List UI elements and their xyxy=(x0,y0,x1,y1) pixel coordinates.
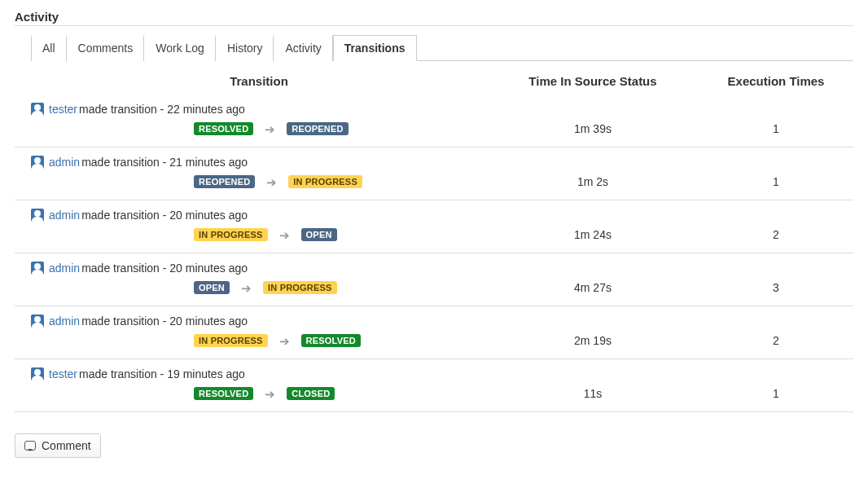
transition-meta: made transition - 22 minutes ago xyxy=(79,103,245,116)
tab-activity[interactable]: Activity xyxy=(274,35,332,61)
transition-cell: RESOLVED➔CLOSED xyxy=(31,387,487,400)
transition-row: admin made transition - 20 minutes agoIN… xyxy=(15,306,853,359)
user-link[interactable]: admin xyxy=(49,262,80,275)
user-link[interactable]: admin xyxy=(49,314,80,328)
status-badge-from: IN PROGRESS xyxy=(194,334,268,347)
time-in-source: 11s xyxy=(487,387,699,400)
tab-transitions[interactable]: Transitions xyxy=(333,35,417,61)
transition-cell: REOPENED➔IN PROGRESS xyxy=(31,175,487,188)
status-badge-from: RESOLVED xyxy=(194,387,253,400)
transition-cell: RESOLVED➔REOPENED xyxy=(31,122,487,135)
user-link[interactable]: tester xyxy=(49,367,77,380)
status-badge-to: CLOSED xyxy=(287,387,335,400)
execution-times: 2 xyxy=(699,228,853,241)
comment-icon xyxy=(24,441,36,451)
avatar xyxy=(31,209,44,222)
status-badge-to: IN PROGRESS xyxy=(263,281,337,294)
avatar xyxy=(31,314,44,328)
avatar xyxy=(31,262,44,275)
execution-times: 3 xyxy=(699,281,853,294)
execution-times: 2 xyxy=(699,334,853,347)
transition-meta: made transition - 19 minutes ago xyxy=(79,367,245,380)
transition-cell: IN PROGRESS➔RESOLVED xyxy=(31,334,487,347)
user-link[interactable]: tester xyxy=(49,103,77,116)
avatar xyxy=(31,156,44,169)
transition-row: admin made transition - 20 minutes agoOP… xyxy=(15,253,853,306)
arrow-icon: ➔ xyxy=(265,388,275,400)
tab-work-log[interactable]: Work Log xyxy=(144,35,216,61)
status-badge-from: OPEN xyxy=(194,281,230,294)
execution-times: 1 xyxy=(699,122,853,135)
arrow-icon: ➔ xyxy=(279,229,290,241)
time-in-source: 1m 24s xyxy=(487,228,699,241)
transition-meta: made transition - 20 minutes ago xyxy=(81,314,248,328)
status-badge-to: RESOLVED xyxy=(301,334,361,347)
col-header-transition: Transition xyxy=(31,74,487,88)
col-header-exec: Execution Times xyxy=(699,74,853,88)
status-badge-to: REOPENED xyxy=(287,122,348,135)
status-badge-from: REOPENED xyxy=(194,175,255,188)
transition-row: tester made transition - 22 minutes agoR… xyxy=(15,95,853,147)
col-header-time: Time In Source Status xyxy=(487,74,699,88)
activity-tabs: AllCommentsWork LogHistoryActivityTransi… xyxy=(31,34,853,61)
transitions-table-header: Transition Time In Source Status Executi… xyxy=(15,66,853,95)
time-in-source: 4m 27s xyxy=(487,281,699,294)
transition-meta: made transition - 21 minutes ago xyxy=(81,156,248,169)
transition-row: admin made transition - 20 minutes agoIN… xyxy=(15,200,853,253)
transitions-table-body: tester made transition - 22 minutes agoR… xyxy=(15,95,853,412)
transition-meta: made transition - 20 minutes ago xyxy=(81,262,248,275)
activity-section-title: Activity xyxy=(15,10,853,26)
avatar xyxy=(31,367,44,380)
comment-button-label: Comment xyxy=(42,439,91,452)
execution-times: 1 xyxy=(699,387,853,400)
user-link[interactable]: admin xyxy=(49,156,80,169)
transition-cell: IN PROGRESS➔OPEN xyxy=(31,228,487,241)
transition-meta: made transition - 20 minutes ago xyxy=(81,209,248,222)
avatar xyxy=(31,103,44,116)
arrow-icon: ➔ xyxy=(265,123,275,135)
time-in-source: 1m 39s xyxy=(487,122,699,135)
comment-button[interactable]: Comment xyxy=(15,433,101,458)
arrow-icon: ➔ xyxy=(279,335,290,347)
transition-row: tester made transition - 19 minutes agoR… xyxy=(15,359,853,412)
time-in-source: 2m 19s xyxy=(487,334,699,347)
tab-all[interactable]: All xyxy=(31,35,67,61)
status-badge-from: IN PROGRESS xyxy=(194,228,268,241)
arrow-icon: ➔ xyxy=(241,282,252,294)
tab-comments[interactable]: Comments xyxy=(67,35,145,61)
execution-times: 1 xyxy=(699,175,853,188)
arrow-icon: ➔ xyxy=(266,176,277,188)
status-badge-from: RESOLVED xyxy=(194,122,253,135)
transition-row: admin made transition - 21 minutes agoRE… xyxy=(15,147,853,200)
transition-cell: OPEN➔IN PROGRESS xyxy=(31,281,487,294)
user-link[interactable]: admin xyxy=(49,209,80,222)
tab-history[interactable]: History xyxy=(216,35,274,61)
time-in-source: 1m 2s xyxy=(487,175,699,188)
status-badge-to: OPEN xyxy=(301,228,337,241)
status-badge-to: IN PROGRESS xyxy=(288,175,362,188)
